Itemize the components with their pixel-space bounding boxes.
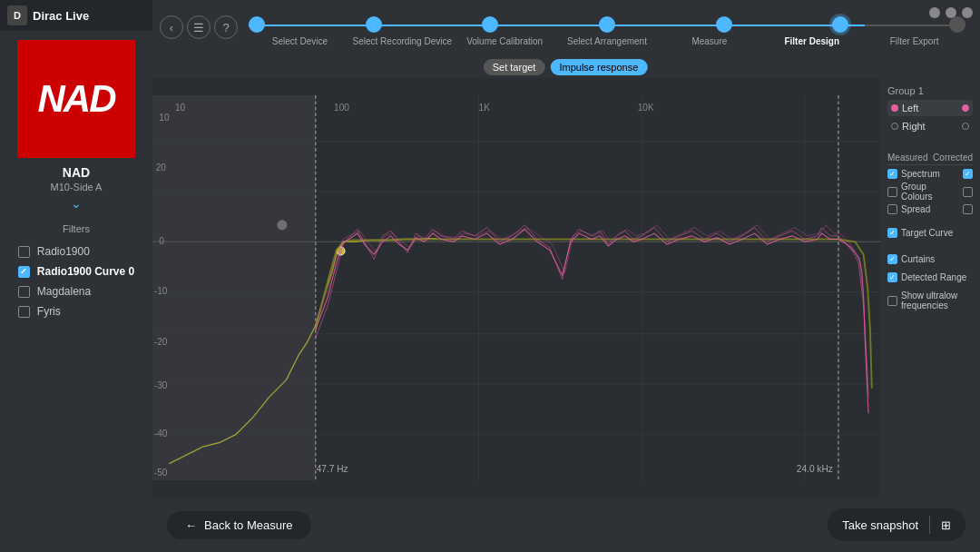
nav-back-button[interactable]: ‹	[160, 15, 183, 39]
filter-list: Radio1900 Radio1900 Curve 0 Magdalena Fy…	[4, 242, 149, 321]
filter-checkbox-radio1900curve0[interactable]	[18, 266, 30, 278]
step-label-1[interactable]: Select Device	[249, 36, 351, 46]
step-dot-5[interactable]	[716, 16, 732, 33]
option-cb-groupcolours-measured[interactable]	[887, 187, 897, 197]
step-dot-1[interactable]	[249, 16, 265, 33]
progress-filled	[249, 25, 865, 26]
svg-rect-1	[152, 95, 316, 480]
target-curve-option: Target Curve	[887, 228, 973, 238]
step-dot-4[interactable]	[599, 16, 615, 33]
option-label-target-curve: Target Curve	[901, 228, 953, 238]
snapshot-divider	[929, 516, 930, 534]
channel-label-right: Right	[902, 121, 926, 132]
option-spread: Spread	[887, 204, 973, 214]
channel-left[interactable]: Left	[887, 100, 973, 116]
tab-impulse-response[interactable]: Impulse response	[550, 59, 647, 75]
filter-item-radio1900curve0[interactable]: Radio1900 Curve 0	[4, 261, 149, 281]
svg-text:0: 0	[159, 236, 164, 246]
filter-checkbox-fyris[interactable]	[18, 306, 30, 318]
dirac-logo: D Dirac Live	[7, 5, 89, 25]
step-label-4[interactable]: Select Arrangement	[556, 36, 659, 46]
filter-item-fyris[interactable]: Fyris	[4, 301, 149, 321]
back-to-measure-button[interactable]: ← Back to Measure	[167, 511, 311, 539]
svg-text:10: 10	[159, 113, 170, 123]
option-cb-spread-measured[interactable]	[887, 204, 897, 214]
step-dot-2[interactable]	[366, 16, 382, 33]
svg-text:-50: -50	[154, 468, 168, 478]
filter-item-magdalena[interactable]: Magdalena	[4, 281, 149, 301]
sidebar: D Dirac Live NAD NAD M10-Side A ⌄ Filter…	[0, 0, 152, 552]
option-label-show-ultralow: Show ultralow frequencies	[901, 291, 973, 310]
step-label-7[interactable]: Filter Export	[863, 36, 965, 46]
sidebar-header: D Dirac Live	[0, 0, 152, 31]
channel-radio-left[interactable]	[962, 104, 969, 112]
option-label-spread: Spread	[901, 204, 930, 214]
dirac-logo-text: Dirac Live	[33, 9, 89, 23]
option-cb-spectrum-corrected[interactable]	[963, 169, 973, 179]
channel-dot-right	[891, 123, 898, 130]
step-dot-7[interactable]	[949, 16, 965, 33]
back-to-measure-label: Back to Measure	[204, 518, 293, 532]
nav-help-button[interactable]: ?	[214, 15, 238, 39]
device-sub: M10-Side A	[51, 182, 103, 192]
svg-text:10K: 10K	[638, 103, 654, 113]
option-label-detected-range: Detected Range	[901, 272, 966, 282]
brand-name: NAD	[38, 77, 115, 121]
option-label-groupcolours: Group Colours	[901, 182, 959, 202]
step-label-2[interactable]: Select Recording Device	[351, 36, 454, 46]
filter-label-fyris: Fyris	[37, 305, 61, 318]
options-corrected-label: Corrected	[933, 153, 973, 163]
filters-section-label: Filters	[63, 223, 90, 234]
svg-text:-30: -30	[154, 380, 168, 390]
option-group-colours: Group Colours	[887, 182, 973, 202]
content-area: 10 20 0 -10 -20 -30 -40 -50 10 100 1K 10…	[152, 78, 980, 498]
filter-label-radio1900: Radio1900	[37, 245, 90, 258]
svg-text:47.7 Hz: 47.7 Hz	[317, 464, 348, 474]
dirac-logo-box: D	[7, 5, 27, 25]
option-cb-detected-range[interactable]	[887, 272, 897, 282]
options-header: Measured Corrected	[887, 153, 973, 165]
step-dot-3[interactable]	[482, 16, 498, 33]
channel-radio-right[interactable]	[962, 123, 969, 130]
main-area: ‹ ☰ ? Select Device Select Recording Dev…	[152, 0, 980, 552]
option-cb-target-curve[interactable]	[887, 228, 897, 238]
minimize-button[interactable]	[929, 7, 940, 18]
snapshot-icon: ⊞	[941, 518, 951, 532]
filter-item-radio1900[interactable]: Radio1900	[4, 242, 149, 261]
svg-text:20: 20	[156, 163, 167, 172]
step-label-6[interactable]: Filter Design	[760, 36, 863, 46]
nav-menu-button[interactable]: ☰	[187, 15, 211, 39]
option-cb-curtains[interactable]	[887, 254, 897, 264]
filter-label-magdalena: Magdalena	[37, 285, 91, 298]
option-cb-spread-corrected[interactable]	[963, 204, 973, 214]
filter-checkbox-radio1900[interactable]	[18, 246, 30, 258]
option-cb-spectrum-measured[interactable]	[887, 169, 897, 179]
device-dropdown-arrow[interactable]: ⌄	[71, 196, 82, 211]
step-label-3[interactable]: Volume Calibration	[454, 36, 556, 46]
back-arrow-icon: ←	[185, 518, 197, 532]
topbar: ‹ ☰ ? Select Device Select Recording Dev…	[152, 0, 980, 54]
right-panel: Group 1 Left Right Measured Corrected	[880, 78, 980, 498]
group-section: Group 1 Left Right	[887, 85, 973, 136]
chart-container[interactable]: 10 20 0 -10 -20 -30 -40 -50 10 100 1K 10…	[152, 78, 880, 498]
filter-checkbox-magdalena[interactable]	[18, 286, 30, 298]
tab-set-target[interactable]: Set target	[484, 59, 545, 75]
svg-text:-40: -40	[154, 429, 168, 439]
svg-text:-10: -10	[154, 286, 168, 296]
take-snapshot-button[interactable]: Take snapshot ⊞	[828, 508, 965, 541]
channel-right[interactable]: Right	[887, 118, 973, 134]
option-cb-groupcolours-corrected[interactable]	[963, 187, 973, 197]
dirac-logo-letter: D	[14, 10, 21, 21]
options-measured-label: Measured	[887, 153, 927, 163]
channel-dot-left	[891, 104, 898, 112]
close-button[interactable]	[962, 7, 973, 18]
step-dot-6-active[interactable]	[832, 16, 848, 33]
svg-point-29	[277, 220, 287, 230]
option-cb-show-ultralow[interactable]	[887, 296, 897, 306]
channel-label-left: Left	[902, 103, 918, 113]
svg-text:10: 10	[175, 103, 186, 113]
step-label-5[interactable]: Measure	[658, 36, 760, 46]
options-section: Measured Corrected Spectrum Group Colour…	[887, 153, 973, 217]
filter-label-radio1900curve0: Radio1900 Curve 0	[37, 265, 134, 278]
progress-bar: Select Device Select Recording Device Vo…	[249, 9, 965, 46]
